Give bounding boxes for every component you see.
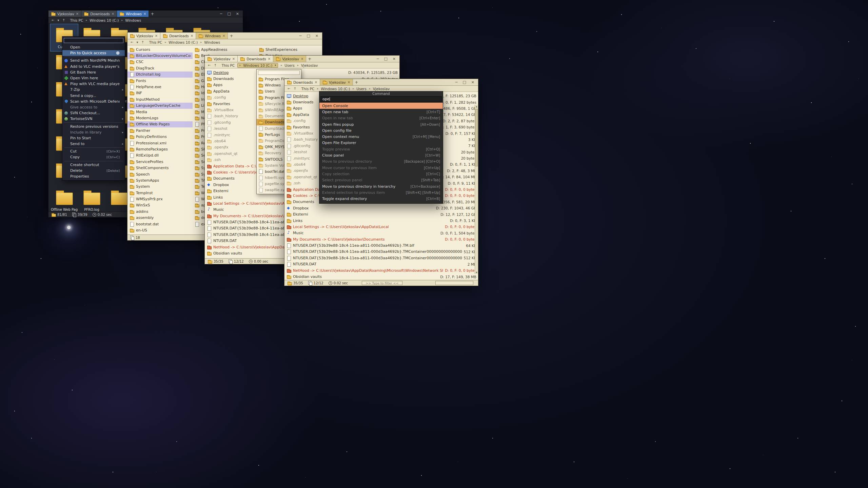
file-row[interactable]: System (127, 184, 193, 190)
menu-item[interactable]: Send a copy... ▸ (62, 93, 125, 99)
file-row[interactable]: NTUSER.DAT{53b39e88-18c4-11ea-a811-000d3… (284, 242, 478, 248)
up-icon[interactable]: ↑ (293, 87, 296, 90)
breadcrumb-item[interactable]: ▸ Windows ▾ (200, 40, 220, 44)
file-row[interactable]: Dropbox D: 230, F: 1043, 46 GB (284, 205, 478, 211)
menu-item[interactable]: Open Vim here ▸ (62, 75, 125, 81)
breadcrumb-item[interactable]: ▸ Users ▾ (281, 63, 294, 67)
tab[interactable]: Vjekoslav × (205, 56, 238, 62)
close-button[interactable]: × (236, 12, 239, 16)
breadcrumb-item[interactable]: ▸ This PC ▾ (70, 18, 83, 22)
file-row[interactable]: assembly (127, 215, 193, 221)
command-input[interactable]: ope (320, 96, 442, 102)
command-item[interactable]: Open files popup [Alt+Down] (319, 121, 443, 127)
file-row[interactable]: Eksterni D: 12, F: 127, 12 GB (284, 211, 478, 217)
file-row[interactable]: Links D: 0, F: 3, 1 KB (284, 218, 478, 224)
file-row[interactable]: addins (127, 208, 193, 215)
menu-item[interactable]: Restore previous versions ▸ (62, 123, 125, 129)
maximize-button[interactable]: □ (462, 80, 466, 84)
file-row[interactable]: WMSysPr9.prx (127, 196, 193, 202)
filter-input[interactable]: >> Type to filter << (362, 281, 402, 285)
file-row[interactable]: NTUSER.DAT 2 MB (284, 261, 478, 267)
command-item[interactable]: Open in new tab [Ctrl+Enter] (319, 115, 443, 121)
file-row[interactable]: RemotePackages (127, 146, 193, 152)
maximize-button[interactable]: □ (307, 34, 310, 38)
minimize-button[interactable]: ─ (220, 12, 222, 16)
command-item[interactable]: Open File Explorer (319, 140, 443, 146)
vertical-scrollbar[interactable]: ▲ ▼ (475, 105, 478, 274)
command-item[interactable]: Extend selection to previous item [Shift… (319, 189, 443, 196)
command-item[interactable]: Close panel [Ctrl+W] (319, 152, 443, 158)
tab-close-icon[interactable]: × (155, 34, 158, 38)
file-row[interactable]: NTUSER.DAT{53b39e88-18c4-11ea-a811-000d3… (284, 255, 478, 261)
command-item[interactable]: Open Console (319, 103, 443, 109)
file-row[interactable]: Cursors (127, 46, 193, 53)
history-dropdown-icon[interactable]: ▾ (136, 40, 138, 44)
minimize-button[interactable]: ─ (377, 57, 379, 61)
dropdown-filter-input[interactable] (258, 70, 300, 75)
menu-item[interactable]: Give access to ▸ (62, 104, 125, 110)
file-row[interactable]: LanguageOverlayCache (127, 103, 193, 109)
file-row[interactable]: Speech (127, 171, 193, 177)
command-item[interactable]: Select previous panel [Shift+Tab] (319, 177, 443, 183)
tab[interactable]: Vjekoslav × (48, 11, 81, 17)
new-tab-button[interactable]: + (149, 11, 156, 17)
tab-close-icon[interactable]: × (301, 57, 303, 61)
command-item[interactable]: Move to previous directory [Backspace] [… (319, 159, 443, 165)
breadcrumb-item[interactable]: ▸ Windows 10 (C:) ▾ (237, 63, 278, 68)
maximize-button[interactable]: □ (227, 12, 231, 16)
menu-item[interactable]: Delete [Delete] ▸ (62, 168, 125, 174)
tab[interactable]: Vjekoslav × (320, 79, 353, 85)
file-row[interactable]: AppReadiness (193, 46, 257, 53)
file-row[interactable]: en-US (127, 227, 193, 233)
menu-item[interactable]: Pin to Start ▸ (62, 135, 125, 141)
breadcrumb-item[interactable]: ▸ Windows ▾ (121, 18, 141, 22)
scrollbar-thumb[interactable] (475, 109, 478, 166)
tab-close-icon[interactable]: × (76, 12, 79, 16)
menu-item[interactable]: SVN Checkout... ▸ (62, 110, 125, 116)
menu-item[interactable]: 7-Zip ▸ (62, 87, 125, 93)
tab-close-icon[interactable]: × (232, 57, 235, 61)
menu-item[interactable]: Create shortcut ▸ (62, 162, 125, 168)
horizontal-scrollbar[interactable] (435, 281, 473, 285)
breadcrumb-item[interactable]: ▸ Windows 10 (C:) ▾ (165, 40, 198, 44)
tab[interactable]: Windows × (117, 11, 149, 17)
file-row[interactable]: Media (127, 109, 193, 115)
maximize-button[interactable]: □ (384, 57, 387, 61)
breadcrumb-item[interactable]: ▸ Users ▾ (353, 87, 366, 91)
file-row[interactable]: ModemLogs (127, 115, 193, 121)
command-item[interactable]: Open config file (319, 127, 443, 134)
file-row[interactable]: DiagTrack (127, 65, 193, 71)
tab-close-icon[interactable]: × (315, 80, 317, 84)
file-row[interactable]: ServiceProfiles (127, 159, 193, 165)
file-row[interactable]: BitLockerDiscoveryVolumeContents (127, 53, 193, 59)
file-row[interactable]: Local Settings -> C:\Users\Vjekoslav\App… (284, 224, 478, 230)
file-row[interactable]: WinSxS (127, 202, 193, 208)
tab[interactable]: Downloads × (238, 56, 273, 62)
back-icon[interactable]: ← (52, 18, 54, 22)
file-row[interactable]: HelpPane.exe (127, 84, 193, 90)
tab-close-icon[interactable]: × (222, 34, 225, 38)
command-item[interactable]: Toggle preview [Ctrl+Q] (319, 146, 443, 152)
tab[interactable]: Downloads × (81, 11, 117, 17)
file-row[interactable]: CSC (127, 59, 193, 65)
menu-item[interactable]: Pin to Quick access ▸ (62, 50, 125, 56)
minimize-button[interactable]: ─ (299, 34, 302, 38)
breadcrumb-item[interactable]: ▸ This PC ▾ (222, 63, 235, 67)
file-row[interactable]: Fonts (127, 78, 193, 84)
file-row[interactable]: RtlExUpd.dll (127, 152, 193, 159)
new-tab-button[interactable]: + (353, 79, 360, 85)
breadcrumb-item[interactable]: ▸ Vjekoslav ▾ (297, 63, 318, 67)
breadcrumb-item[interactable]: ▸ This PC ▾ (301, 87, 314, 91)
file-row[interactable]: bootstat.dat (127, 221, 193, 227)
close-button[interactable]: × (471, 80, 474, 84)
file-row[interactable]: ShellComponents (127, 165, 193, 171)
file-row[interactable]: Offline Web Pages (127, 121, 193, 127)
menu-item[interactable]: Scan with Microsoft Defender... ▸ (62, 99, 125, 104)
file-row[interactable]: SystemApps (127, 177, 193, 183)
tab-close-icon[interactable]: × (112, 12, 114, 16)
file-row[interactable]: Panther (127, 127, 193, 134)
menu-item[interactable]: Play with VLC media player ▸ (62, 81, 125, 87)
breadcrumb-item[interactable]: ▸ Windows 10 (C:) ▾ (317, 87, 350, 91)
command-item[interactable]: Move cursor to previous item [Ctrl+Up] (319, 165, 443, 171)
close-button[interactable]: × (315, 34, 318, 38)
